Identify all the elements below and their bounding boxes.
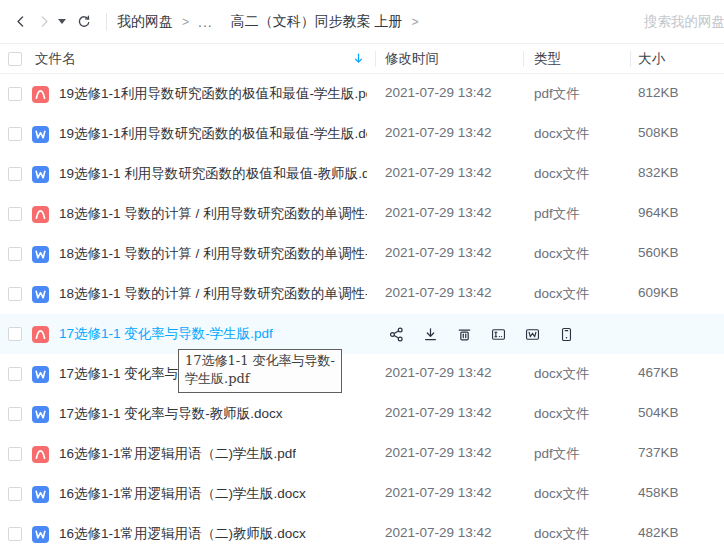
pdf-file-icon bbox=[31, 205, 50, 224]
share-icon[interactable] bbox=[388, 326, 405, 343]
table-row[interactable]: 17选修1-1 变化率与导数-学生版.pdf bbox=[0, 314, 724, 354]
file-meta: 2021-07-29 13:42 docx文件 560KB bbox=[375, 245, 724, 263]
table-row[interactable]: 17选修1-1 变化率与导数-教师版.docx 2021-07-29 13:42… bbox=[0, 394, 724, 434]
row-checkbox[interactable] bbox=[8, 407, 22, 421]
header-col-filename: 文件名 bbox=[0, 50, 375, 68]
file-name-link[interactable]: 18选修1-1 导数的计算 / 利用导数研究函数的单调性-学... bbox=[59, 245, 367, 263]
file-size: 504KB bbox=[630, 405, 724, 423]
row-hover-actions bbox=[375, 326, 724, 343]
file-name-link[interactable]: 19选修1-1 利用导数研究函数的极值和最值-教师版.docx bbox=[59, 165, 367, 183]
row-checkbox[interactable] bbox=[8, 367, 22, 381]
word-edit-icon[interactable] bbox=[524, 326, 541, 343]
word-file-icon bbox=[31, 165, 50, 184]
forward-button[interactable] bbox=[32, 10, 56, 34]
file-name-link[interactable]: 18选修1-1 导数的计算 / 利用导数研究函数的单调性-教... bbox=[59, 285, 367, 303]
row-checkbox[interactable] bbox=[8, 247, 22, 261]
file-name-cell: 19选修1-1利用导数研究函数的极值和最值-学生版.pdf bbox=[0, 85, 375, 104]
search-input[interactable]: 搜索我的网盘文件 bbox=[644, 13, 724, 31]
row-checkbox[interactable] bbox=[8, 167, 22, 181]
refresh-button[interactable] bbox=[72, 10, 96, 34]
file-type: docx文件 bbox=[523, 165, 630, 183]
chevron-right-icon bbox=[37, 14, 52, 29]
row-checkbox[interactable] bbox=[8, 327, 22, 341]
pdf-file-icon bbox=[31, 85, 50, 104]
file-size: 482KB bbox=[630, 525, 724, 543]
word-file-icon bbox=[31, 485, 50, 504]
delete-icon[interactable] bbox=[456, 326, 473, 343]
sort-desc-icon[interactable] bbox=[352, 52, 365, 65]
modified-time: 2021-07-29 13:42 bbox=[375, 445, 523, 463]
word-file-icon bbox=[31, 365, 50, 384]
row-checkbox[interactable] bbox=[8, 287, 22, 301]
file-name-link[interactable]: 16选修1-1常用逻辑用语（二)学生版.docx bbox=[59, 485, 306, 503]
modified-time: 2021-07-29 13:42 bbox=[375, 405, 523, 423]
table-row[interactable]: 16选修1-1常用逻辑用语（二)教师版.docx 2021-07-29 13:4… bbox=[0, 514, 724, 553]
file-type: pdf文件 bbox=[523, 205, 630, 223]
row-checkbox[interactable] bbox=[8, 207, 22, 221]
file-meta: 2021-07-29 13:42 docx文件 508KB bbox=[375, 125, 724, 143]
file-name-link[interactable]: 17选修1-1 变化率与导数-教师版.docx bbox=[59, 405, 283, 423]
header-filename-label: 文件名 bbox=[35, 50, 76, 68]
breadcrumb-separator: > bbox=[182, 15, 189, 29]
file-name-cell: 18选修1-1 导数的计算 / 利用导数研究函数的单调性-学... bbox=[0, 245, 375, 264]
search-box[interactable]: 搜索我的网盘文件 bbox=[630, 0, 724, 44]
rename-icon[interactable] bbox=[490, 326, 507, 343]
breadcrumb-separator: > bbox=[412, 15, 419, 29]
modified-time: 2021-07-29 13:42 bbox=[375, 165, 523, 183]
file-name-link[interactable]: 16选修1-1常用逻辑用语（二)学生版.pdf bbox=[59, 445, 296, 463]
table-row[interactable]: 16选修1-1常用逻辑用语（二)学生版.docx 2021-07-29 13:4… bbox=[0, 474, 724, 514]
row-checkbox[interactable] bbox=[8, 87, 22, 101]
file-size: 560KB bbox=[630, 245, 724, 263]
filename-tooltip: 17选修1-1 变化率与导数-学生版.pdf bbox=[178, 349, 342, 393]
download-icon[interactable] bbox=[422, 326, 439, 343]
row-checkbox[interactable] bbox=[8, 447, 22, 461]
select-all-checkbox[interactable] bbox=[8, 52, 22, 66]
file-meta: 2021-07-29 13:42 pdf文件 737KB bbox=[375, 445, 724, 463]
table-row[interactable]: 19选修1-1利用导数研究函数的极值和最值-学生版.pdf 2021-07-29… bbox=[0, 74, 724, 114]
toolbar: 我的网盘 > ... 高二（文科）同步教案 上册 > 搜索我的网盘文件 bbox=[0, 0, 724, 44]
table-row[interactable]: 17选修1-1 变化率与导数-学生版.docx 2021-07-29 13:42… bbox=[0, 354, 724, 394]
file-type: docx文件 bbox=[523, 245, 630, 263]
breadcrumb-root[interactable]: 我的网盘 bbox=[117, 13, 173, 31]
row-checkbox[interactable] bbox=[8, 487, 22, 501]
row-checkbox[interactable] bbox=[8, 527, 22, 541]
breadcrumb-ellipsis[interactable]: ... bbox=[198, 14, 213, 30]
file-name-cell: 18选修1-1 导数的计算 / 利用导数研究函数的单调性-学... bbox=[0, 205, 375, 224]
table-row[interactable]: 19选修1-1利用导数研究函数的极值和最值-学生版.docx 2021-07-2… bbox=[0, 114, 724, 154]
file-name-link[interactable]: 18选修1-1 导数的计算 / 利用导数研究函数的单调性-学... bbox=[59, 205, 367, 223]
table-row[interactable]: 16选修1-1常用逻辑用语（二)学生版.pdf 2021-07-29 13:42… bbox=[0, 434, 724, 474]
file-name-cell: 16选修1-1常用逻辑用语（二)学生版.pdf bbox=[0, 445, 375, 464]
header-col-size[interactable]: 大小 bbox=[630, 50, 724, 68]
file-size: 812KB bbox=[630, 85, 724, 103]
header-col-modified[interactable]: 修改时间 bbox=[375, 50, 523, 68]
history-dropdown-icon[interactable] bbox=[58, 19, 66, 24]
file-meta: 2021-07-29 13:42 docx文件 832KB bbox=[375, 165, 724, 183]
mobile-icon[interactable] bbox=[558, 326, 575, 343]
modified-time: 2021-07-29 13:42 bbox=[375, 205, 523, 223]
file-name-cell: 16选修1-1常用逻辑用语（二)教师版.docx bbox=[0, 525, 375, 544]
file-size: 609KB bbox=[630, 285, 724, 303]
table-row[interactable]: 18选修1-1 导数的计算 / 利用导数研究函数的单调性-学... 2021-0… bbox=[0, 234, 724, 274]
file-name-link[interactable]: 19选修1-1利用导数研究函数的极值和最值-学生版.pdf bbox=[59, 85, 367, 103]
table-row[interactable]: 18选修1-1 导数的计算 / 利用导数研究函数的单调性-教... 2021-0… bbox=[0, 274, 724, 314]
file-name-link[interactable]: 17选修1-1 变化率与导数-学生版.pdf bbox=[59, 325, 273, 343]
file-name-cell: 17选修1-1 变化率与导数-学生版.pdf bbox=[0, 325, 375, 344]
row-checkbox[interactable] bbox=[8, 127, 22, 141]
back-button[interactable] bbox=[8, 10, 32, 34]
table-row[interactable]: 18选修1-1 导数的计算 / 利用导数研究函数的单调性-学... 2021-0… bbox=[0, 194, 724, 234]
header-col-type[interactable]: 类型 bbox=[523, 50, 630, 68]
file-meta: 2021-07-29 13:42 docx文件 467KB bbox=[375, 365, 724, 383]
table-row[interactable]: 19选修1-1 利用导数研究函数的极值和最值-教师版.docx 2021-07-… bbox=[0, 154, 724, 194]
file-type: pdf文件 bbox=[523, 85, 630, 103]
file-type: docx文件 bbox=[523, 365, 630, 383]
file-size: 832KB bbox=[630, 165, 724, 183]
file-meta: 2021-07-29 13:42 docx文件 458KB bbox=[375, 485, 724, 503]
file-name-link[interactable]: 19选修1-1利用导数研究函数的极值和最值-学生版.docx bbox=[59, 125, 367, 143]
file-name-cell: 18选修1-1 导数的计算 / 利用导数研究函数的单调性-教... bbox=[0, 285, 375, 304]
breadcrumb: 我的网盘 > ... 高二（文科）同步教案 上册 > bbox=[117, 13, 428, 31]
pdf-file-icon bbox=[31, 445, 50, 464]
modified-time: 2021-07-29 13:42 bbox=[375, 485, 523, 503]
modified-time: 2021-07-29 13:42 bbox=[375, 245, 523, 263]
file-size: 458KB bbox=[630, 485, 724, 503]
file-name-link[interactable]: 16选修1-1常用逻辑用语（二)教师版.docx bbox=[59, 525, 306, 543]
